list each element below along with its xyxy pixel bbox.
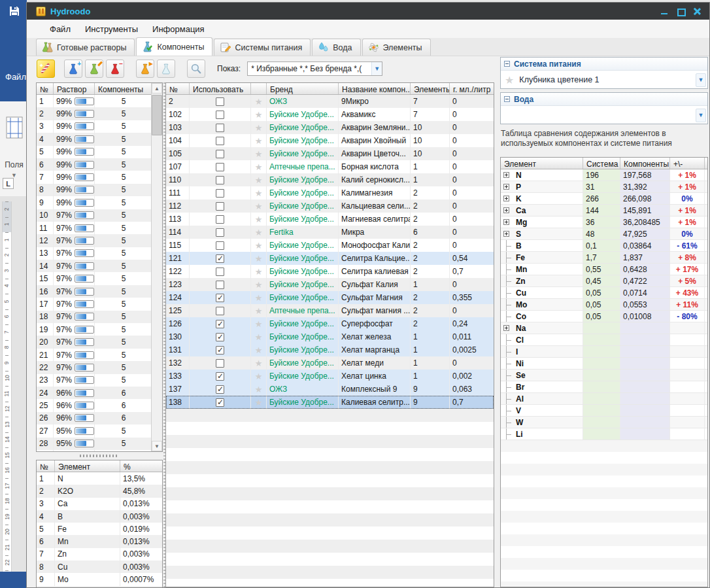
solution-row[interactable]: 20 97% 5 bbox=[37, 336, 151, 348]
component-row[interactable]: 107 Аптечные препа... Борная кислота 1 0 bbox=[166, 160, 494, 173]
favorite-star-icon[interactable] bbox=[255, 254, 263, 263]
favorite-star-icon[interactable] bbox=[255, 294, 263, 302]
component-row[interactable]: 124 Буйские Удобре... Сульфат Магния 2 0… bbox=[166, 291, 494, 304]
column-header[interactable]: № bbox=[166, 83, 190, 94]
tree-expand-icon[interactable] bbox=[503, 428, 515, 440]
column-header[interactable]: Система bbox=[583, 158, 620, 169]
tree-expand-icon[interactable] bbox=[503, 405, 515, 416]
tree-expand-icon[interactable] bbox=[503, 275, 515, 286]
tree-expand-icon[interactable] bbox=[503, 287, 515, 298]
comparison-row[interactable]: Br bbox=[501, 381, 707, 393]
tab-nutrition-systems[interactable]: Системы питания bbox=[214, 39, 311, 56]
tree-expand-icon[interactable] bbox=[503, 299, 515, 310]
use-checkbox[interactable] bbox=[216, 150, 224, 158]
use-checkbox[interactable] bbox=[216, 97, 224, 106]
use-checkbox[interactable] bbox=[216, 189, 224, 198]
solution-row[interactable]: 3 99% 5 bbox=[37, 120, 151, 133]
use-checkbox[interactable] bbox=[216, 241, 224, 250]
solution-row[interactable]: 13 97% 5 bbox=[37, 247, 151, 260]
column-header[interactable]: № bbox=[37, 83, 54, 94]
solution-row[interactable]: 25 96% 6 bbox=[37, 399, 151, 411]
use-checkbox[interactable] bbox=[216, 398, 224, 407]
comparison-row[interactable]: Se bbox=[501, 370, 707, 381]
component-row[interactable]: 105 Буйские Удобре... Акварин Цветоч... … bbox=[166, 147, 494, 160]
comparison-row[interactable]: Al bbox=[501, 393, 707, 405]
comparison-row[interactable]: Na bbox=[501, 322, 707, 334]
solution-row[interactable]: 9 99% 5 bbox=[37, 196, 151, 209]
water-combobox[interactable]: ▼ bbox=[501, 106, 707, 124]
component-row[interactable]: 131 Буйские Удобре... Хелат марганца 1 0… bbox=[166, 343, 494, 356]
solution-row[interactable]: 5 99% 5 bbox=[37, 146, 151, 158]
comparison-row[interactable]: I bbox=[501, 346, 707, 358]
element-percent-row[interactable]: 9 Mo 0,0007% bbox=[37, 573, 162, 585]
favorite-star-icon[interactable] bbox=[255, 398, 263, 407]
solution-row[interactable]: 4 99% 5 bbox=[37, 133, 151, 145]
column-header[interactable]: Компоненты bbox=[620, 158, 670, 169]
favorite-star-icon[interactable] bbox=[255, 163, 263, 171]
component-row[interactable]: 133 Буйские Удобре... Хелат цинка 1 0,00… bbox=[166, 370, 494, 383]
column-header[interactable]: +\- bbox=[670, 158, 705, 169]
favorite-star-icon[interactable] bbox=[255, 137, 263, 145]
use-checkbox[interactable] bbox=[216, 346, 224, 355]
favorite-star-icon[interactable] bbox=[255, 268, 263, 276]
use-checkbox[interactable] bbox=[216, 215, 224, 224]
chevron-down-icon[interactable]: ▼ bbox=[696, 109, 706, 122]
favorite-star-icon[interactable] bbox=[255, 385, 263, 394]
solution-row[interactable]: 16 97% 5 bbox=[37, 285, 151, 298]
comparison-row[interactable]: Ca 144 145,891 + 1% bbox=[501, 205, 707, 216]
tree-expand-icon[interactable] bbox=[503, 193, 515, 204]
favorite-star-icon[interactable] bbox=[255, 97, 263, 106]
menu-tools[interactable]: Инструменты bbox=[78, 22, 145, 37]
use-checkbox[interactable] bbox=[216, 320, 224, 328]
element-percent-row[interactable]: 6 Mn 0,013% bbox=[37, 535, 162, 547]
use-checkbox[interactable] bbox=[216, 372, 224, 381]
comparison-row[interactable]: Ni bbox=[501, 358, 707, 370]
tree-expand-icon[interactable] bbox=[503, 264, 515, 275]
comparison-row[interactable]: Fe 1,7 1,837 + 8% bbox=[501, 252, 707, 264]
column-header[interactable]: № bbox=[37, 460, 55, 472]
solution-row[interactable]: 29 95% 5 bbox=[37, 450, 151, 451]
use-checkbox[interactable] bbox=[216, 268, 224, 276]
copy-component-button[interactable]: ▶ bbox=[136, 60, 154, 78]
tree-expand-icon[interactable] bbox=[503, 240, 515, 251]
column-header[interactable]: Элементы bbox=[411, 83, 450, 94]
component-row[interactable]: 123 Буйские Удобре... Сульфат Калия 1 0 bbox=[166, 278, 494, 291]
comparison-row[interactable]: K 266 266,098 0% bbox=[501, 193, 707, 205]
favorite-star-icon[interactable] bbox=[255, 307, 263, 315]
favorite-star-icon[interactable] bbox=[255, 346, 263, 355]
add-component-button[interactable]: + bbox=[64, 60, 82, 78]
tree-expand-icon[interactable] bbox=[503, 322, 515, 334]
component-row[interactable]: 2 ОЖЗ 9Микро 7 0 bbox=[166, 95, 494, 108]
tree-expand-icon[interactable] bbox=[503, 346, 515, 357]
solution-row[interactable]: 11 97% 5 bbox=[37, 222, 151, 234]
component-row[interactable]: 132 Буйские Удобре... Хелат меди 1 0 bbox=[166, 356, 494, 370]
favorite-star-icon[interactable] bbox=[255, 189, 263, 198]
column-header[interactable]: Элемент bbox=[501, 158, 583, 169]
tree-expand-icon[interactable] bbox=[503, 205, 515, 216]
menu-file[interactable]: Файл bbox=[42, 22, 78, 37]
element-percent-row[interactable]: 5 Fe 0,019% bbox=[37, 523, 162, 535]
tree-expand-icon[interactable] bbox=[503, 311, 515, 322]
solution-row[interactable]: 18 97% 5 bbox=[37, 311, 151, 323]
tree-expand-icon[interactable] bbox=[503, 417, 515, 428]
solution-row[interactable]: 14 97% 5 bbox=[37, 260, 151, 272]
comparison-row[interactable]: Li bbox=[501, 428, 707, 440]
tab-components[interactable]: Компоненты bbox=[136, 37, 212, 56]
solution-row[interactable]: 15 97% 5 bbox=[37, 272, 151, 285]
favorite-star-icon[interactable] bbox=[255, 228, 263, 237]
favorite-star-icon[interactable] bbox=[255, 333, 263, 341]
delete-component-button[interactable]: − bbox=[106, 60, 124, 78]
search-button[interactable] bbox=[187, 60, 205, 78]
minimize-button[interactable] bbox=[660, 7, 669, 16]
tree-expand-icon[interactable] bbox=[503, 370, 515, 381]
element-percent-row[interactable]: 7 Zn 0,003% bbox=[37, 548, 162, 561]
comparison-row[interactable]: P 31 31,392 + 1% bbox=[501, 181, 707, 193]
word-file-tab[interactable]: Файл bbox=[5, 72, 27, 82]
solution-row[interactable]: 1 99% 5 bbox=[37, 95, 151, 107]
component-row[interactable]: 102 Буйские Удобре... Аквамикс 7 0 bbox=[166, 108, 494, 121]
comparison-row[interactable]: N 196 197,568 + 1% bbox=[501, 169, 707, 181]
tree-expand-icon[interactable] bbox=[503, 169, 515, 181]
comparison-row[interactable]: Mo 0,05 0,0553 + 11% bbox=[501, 299, 707, 311]
use-checkbox[interactable] bbox=[216, 202, 224, 211]
component-row[interactable]: 125 Аптечные препа... Сульфат магния ...… bbox=[166, 304, 494, 317]
